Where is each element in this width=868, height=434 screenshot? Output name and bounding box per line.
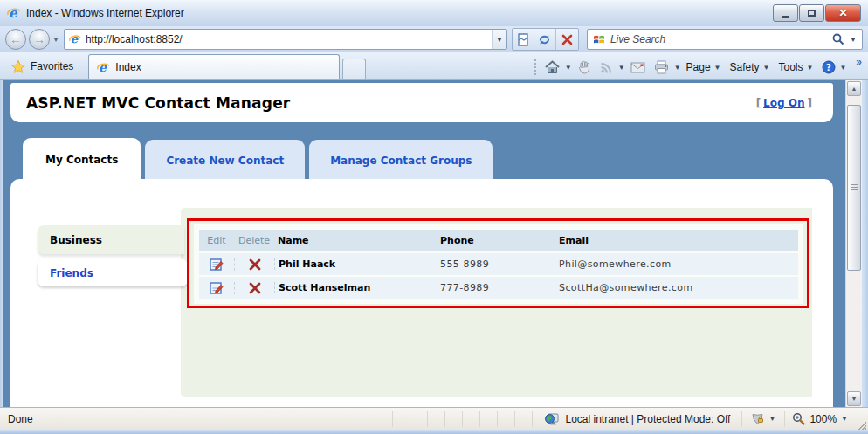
title-bar: e Index - Windows Internet Explorer ✕ [0,0,868,26]
refresh-button[interactable] [534,29,556,50]
svg-text:e: e [9,6,18,20]
tab-create-new-contact[interactable]: Create New Contact [145,140,305,181]
group-label: Friends [50,267,93,279]
safety-dropdown-icon: ▼ [763,64,770,72]
print-icon[interactable] [651,58,672,77]
edit-icon[interactable] [210,281,224,295]
back-button[interactable]: ← [5,29,26,50]
delete-icon[interactable] [249,258,261,271]
maximize-button[interactable] [799,4,824,22]
edit-icon[interactable] [210,258,224,272]
browser-tab-index[interactable]: e Index [88,54,340,79]
table-row: Scott Hanselman 777-8989 ScottHa@somewhe… [199,277,798,299]
address-bar[interactable]: e http://localhost:8852/ ▼ [64,29,507,50]
logon-close-bracket: ] [808,97,812,109]
group-label: Business [50,234,102,246]
recent-pages-dropdown-icon[interactable]: ▼ [52,36,59,44]
status-text: Done [0,413,392,425]
home-button[interactable] [541,58,563,77]
shield-icon [751,412,764,425]
scroll-down-button[interactable]: ▼ [847,391,861,406]
security-report-button[interactable]: ▼ [741,411,784,427]
tab-my-contacts[interactable]: My Contacts [23,138,141,181]
safety-menu-label: Safety [730,61,760,73]
safety-menu[interactable]: Safety ▼ [727,59,774,76]
tools-menu-label: Tools [778,61,803,73]
compatibility-view-button[interactable] [513,29,534,50]
header-name: Name [274,235,440,246]
ie-logo-icon: e [7,6,21,20]
read-mail-icon[interactable] [627,59,649,76]
zone-text: Local intranet | Protected Mode: Off [565,413,730,425]
window-border-right [862,80,868,430]
help-dropdown-icon: ▼ [839,64,846,72]
command-bar: ▼ ▼ [530,55,868,79]
sidebar-item-business[interactable]: Business [38,225,184,254]
favorites-button[interactable]: Favorites [0,54,85,79]
search-input[interactable]: Live Search [610,33,827,45]
header-email: Email [559,235,798,246]
logon-link[interactable]: Log On [763,97,804,109]
header-phone: Phone [440,235,559,246]
content-panel: Business Friends Edit Delete Name Phone … [10,179,833,407]
navigation-bar: ← → ▼ e http://localhost:8852/ ▼ [0,26,868,52]
svg-text:?: ? [826,63,831,72]
contacts-table-container: Edit Delete Name Phone Email [194,224,803,304]
header-delete: Delete [234,235,274,246]
svg-text:e: e [99,61,107,74]
tools-menu[interactable]: Tools ▼ [775,59,816,76]
page-menu[interactable]: Page ▼ [683,59,725,76]
window-title: Index - Windows Internet Explorer [26,7,184,19]
new-tab-button[interactable] [342,59,366,79]
viewport: ASP.NET MVC Contact Manager [Log On] My … [3,80,862,407]
print-dropdown-icon[interactable]: ▼ [674,64,681,72]
close-button[interactable]: ✕ [825,4,861,22]
address-dropdown-icon[interactable]: ▼ [492,30,506,49]
contact-email: ScottHa@somewhere.com [559,282,798,293]
zoom-control[interactable]: 100% ▼ [784,411,855,427]
toolbar-grip[interactable] [534,59,536,75]
site-header: ASP.NET MVC Contact Manager [Log On] [10,83,833,122]
window-border-bottom [0,430,868,434]
forward-button[interactable]: → [29,29,50,50]
vertical-scrollbar[interactable]: ▲ ▼ [845,80,862,407]
logon-open-bracket: [ [756,97,761,109]
stop-button[interactable] [556,29,578,50]
search-icon[interactable] [832,33,844,45]
table-row: Phil Haack 555-8989 Phil@somewhere.com [199,253,798,275]
zoom-level: 100% [809,413,837,425]
address-url[interactable]: http://localhost:8852/ [81,33,492,45]
zoom-dropdown-icon: ▼ [841,415,848,423]
scroll-up-button[interactable]: ▲ [847,81,861,96]
delete-icon[interactable] [249,282,261,294]
web-page: ASP.NET MVC Contact Manager [Log On] My … [3,80,845,407]
contact-phone: 555-8989 [440,258,559,270]
contacts-table: Edit Delete Name Phone Email [199,230,798,299]
tab-manage-contact-groups[interactable]: Manage Contact Groups [309,140,493,181]
svg-text:e: e [71,33,79,45]
search-dropdown-icon[interactable]: ▼ [850,36,857,44]
contact-name: Scott Hanselman [274,282,440,293]
sidebar-item-friends[interactable]: Friends [38,259,188,286]
page-menu-label: Page [686,61,711,73]
resize-grip[interactable] [855,418,866,430]
favorites-bar: Favorites e Index ▼ [0,52,868,80]
minimize-button[interactable] [773,4,798,22]
logon-area: [Log On] [756,97,812,109]
tab-favicon-icon: e [97,61,110,74]
contact-name: Phil Haack [274,258,440,270]
site-tab-strip: My Contacts Create New Contact Manage Co… [23,138,493,181]
help-button[interactable]: ? ▼ [818,58,850,77]
status-bar: Done Local intranet | Protected Mode: Of… [0,407,868,430]
overflow-chevron-icon[interactable]: » [851,56,866,68]
page-dropdown-icon: ▼ [714,64,721,72]
scrollbar-thumb[interactable] [847,105,861,271]
page-title: ASP.NET MVC Contact Manager [26,94,290,112]
security-zone[interactable]: Local intranet | Protected Mode: Off [532,411,741,427]
feeds-dropdown-icon[interactable]: ▼ [618,64,625,72]
home-dropdown-icon[interactable]: ▼ [565,64,572,72]
header-edit: Edit [199,235,234,246]
feeds-icon[interactable] [596,59,617,77]
hand-icon[interactable] [574,58,595,77]
search-box[interactable]: Live Search ▼ [587,29,863,50]
